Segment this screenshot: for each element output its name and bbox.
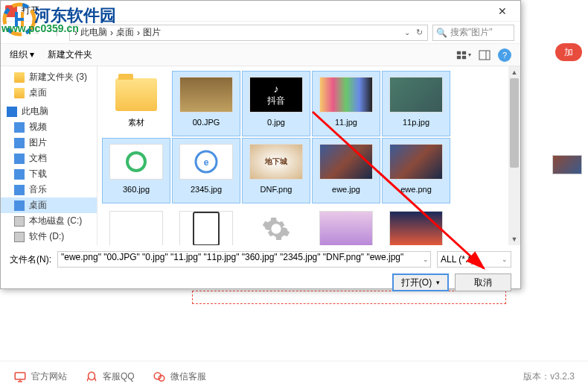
sidebar-item-label: 新建文件夹 (3) <box>29 71 87 83</box>
scroll-down-icon[interactable]: ▼ <box>508 233 520 245</box>
preview-pane-button[interactable] <box>477 48 492 63</box>
file-item[interactable]: e2345.jpg <box>172 138 240 203</box>
app-icon <box>5 5 17 17</box>
help-button[interactable]: ? <box>498 48 511 62</box>
sidebar-item-label: 桌面 <box>29 86 47 99</box>
file-item[interactable]: 360.jpg <box>102 138 170 203</box>
blue-icon <box>14 122 25 133</box>
back-button[interactable]: ← <box>7 25 23 41</box>
breadcrumb-part[interactable]: 图片 <box>143 26 161 39</box>
file-thumbnail <box>179 209 233 245</box>
sidebar-item-label: 音乐 <box>29 183 47 196</box>
file-item[interactable]: iPad.jpg <box>172 205 240 245</box>
dialog-titlebar[interactable]: 打开 ✕ <box>1 1 520 22</box>
organize-menu[interactable]: 组织 ▾ <box>10 48 34 61</box>
sidebar-item-label: 视频 <box>29 121 47 133</box>
sidebar-item[interactable]: 此电脑 <box>1 104 97 119</box>
file-item[interactable]: 11p.jpg <box>382 71 450 136</box>
file-item[interactable]: 素材 <box>102 71 170 136</box>
close-button[interactable]: ✕ <box>489 3 516 19</box>
new-folder-button[interactable]: 新建文件夹 <box>48 48 92 61</box>
svg-rect-8 <box>457 55 461 58</box>
sidebar-item[interactable]: 备份恢复 (E:) <box>1 244 97 245</box>
file-thumbnail: ♪抖音 <box>249 75 303 115</box>
sidebar-item[interactable]: 图片 <box>1 135 97 151</box>
footer-wechat[interactable]: 微信客服 <box>153 370 206 384</box>
file-thumbnail <box>389 75 443 115</box>
file-thumbnail <box>179 75 233 115</box>
cancel-button[interactable]: 取消 <box>455 274 511 291</box>
sidebar-item-label: 下载 <box>29 168 47 180</box>
file-item[interactable]: OPPO.jpg <box>312 205 380 245</box>
breadcrumb[interactable]: › 此电脑 › 桌面 › 图片 ⌄ ↻ <box>69 25 428 41</box>
sidebar-item[interactable]: 视频 <box>1 119 97 135</box>
file-item[interactable]: 地下城DNF.png <box>242 138 310 203</box>
search-icon: 🔍 <box>436 28 447 38</box>
up-button[interactable]: ↑ <box>48 25 65 41</box>
file-name: 00.JPG <box>193 118 220 127</box>
view-mode-button[interactable]: ▾ <box>456 48 471 63</box>
breadcrumb-part[interactable]: 此电脑 <box>80 26 107 39</box>
version-text: 版本：v3.2.3 <box>523 370 575 383</box>
filename-input[interactable]: "ewe.png" "00.JPG" "0.jpg" "11.jpg" "11p… <box>57 251 431 268</box>
scroll-thumb[interactable] <box>510 78 519 168</box>
sidebar-item[interactable]: 桌面 <box>1 85 97 101</box>
svg-rect-9 <box>462 55 466 58</box>
sidebar-item[interactable]: 新建文件夹 (3) <box>1 69 97 85</box>
file-name: 2345.jpg <box>191 185 222 194</box>
blue-icon <box>14 154 25 164</box>
sidebar-item[interactable]: 本地磁盘 (C:) <box>1 213 97 229</box>
app-footer: 官方网站 客服QQ 微信客服 版本：v3.2.3 <box>0 361 588 392</box>
file-item[interactable]: p30.jpg <box>382 205 450 245</box>
svg-rect-6 <box>457 51 461 54</box>
file-name: ewe.png <box>400 185 432 194</box>
sidebar-item[interactable]: 下载 <box>1 166 97 182</box>
file-name: 素材 <box>128 118 144 127</box>
file-thumbnail <box>389 142 443 182</box>
sidebar-item-label: 桌面 <box>29 199 47 212</box>
filename-label: 文件名(N): <box>10 253 51 266</box>
forward-button[interactable]: → <box>28 25 44 41</box>
background-thumbnail[interactable] <box>552 155 582 174</box>
open-button[interactable]: 打开(O) ▾ <box>392 274 449 291</box>
breadcrumb-part[interactable]: 桌面 <box>116 26 134 39</box>
sidebar-item[interactable]: 软件 (D:) <box>1 229 97 244</box>
sidebar: 新建文件夹 (3)桌面此电脑视频图片文档下载音乐桌面本地磁盘 (C:)软件 (D… <box>1 66 98 245</box>
file-list[interactable]: 素材00.JPG♪抖音0.jpg11.jpg11p.jpg360.jpge234… <box>98 66 520 245</box>
file-item[interactable]: 00.JPG <box>172 71 240 136</box>
chevron-down-icon[interactable]: ⌄ <box>423 256 429 263</box>
sidebar-item-label: 图片 <box>29 136 47 149</box>
svg-rect-10 <box>479 51 490 60</box>
file-item[interactable]: ♪抖音0.jpg <box>242 71 310 136</box>
sidebar-item[interactable]: 音乐 <box>1 182 97 197</box>
file-thumbnail: 地下城 <box>249 142 303 182</box>
search-input[interactable]: 🔍 搜索"图片" <box>432 25 514 41</box>
file-item[interactable]: F-image.rdr <box>102 205 170 245</box>
sidebar-item-label: 软件 (D:) <box>29 230 64 243</box>
svg-rect-0 <box>15 373 25 379</box>
file-thumbnail <box>109 209 163 245</box>
file-item[interactable]: ewe.jpg <box>312 138 380 203</box>
file-item[interactable]: 11.jpg <box>312 71 380 136</box>
file-type-filter[interactable]: ALL (*.*) ⌄ <box>437 251 511 268</box>
blue-icon <box>14 169 25 180</box>
breadcrumb-sep: › <box>137 28 140 38</box>
footer-website[interactable]: 官方网站 <box>13 370 67 384</box>
footer-label: 客服QQ <box>103 370 135 383</box>
sidebar-item[interactable]: 桌面 <box>1 197 97 213</box>
refresh-icon[interactable]: ↻ <box>416 28 423 37</box>
scroll-up-icon[interactable]: ▲ <box>508 66 520 78</box>
wechat-icon <box>153 370 166 384</box>
blue-icon <box>14 138 25 148</box>
file-item[interactable]: ewe.png <box>382 138 450 203</box>
footer-qq[interactable]: 客服QQ <box>85 370 135 384</box>
scrollbar[interactable]: ▲ ▼ <box>508 66 520 245</box>
sidebar-item[interactable]: 文档 <box>1 151 97 166</box>
file-item[interactable]: LastOpen.ini <box>242 205 310 245</box>
add-button[interactable]: 加 <box>555 43 582 61</box>
folder-icon <box>14 88 25 98</box>
dialog-nav: ← → ↑ › 此电脑 › 桌面 › 图片 ⌄ ↻ 🔍 搜索"图片" <box>1 22 520 44</box>
chevron-down-icon[interactable]: ⌄ <box>404 28 410 37</box>
dialog-title: 打开 <box>22 4 39 17</box>
file-thumbnail <box>109 75 163 115</box>
